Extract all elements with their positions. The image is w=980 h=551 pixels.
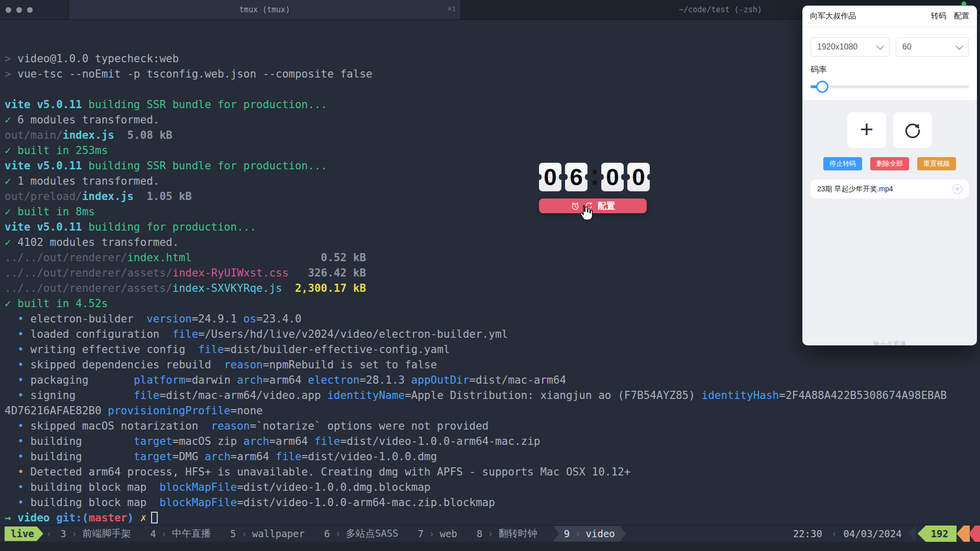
tmux-window-list: 3›前端脚手架4›中午直播5›wallpaper6›多站点SASS7›web8›… <box>60 526 622 542</box>
add-video-button[interactable]: + <box>847 112 886 148</box>
menu-item-transcode[interactable]: 转码 <box>931 11 946 21</box>
status-time: 22:30 <box>793 528 822 539</box>
panel-header: 向军大叔作品 转码 配置 <box>802 6 977 27</box>
transcode-panel: 向军大叔作品 转码 配置 980x551 60 码率 + <box>802 6 977 345</box>
flip-digit-card: 6 <box>565 163 587 191</box>
menu-item-config[interactable]: 配置 <box>954 11 969 21</box>
powerline-dark-arrow <box>908 525 916 542</box>
refresh-circle-icon <box>903 120 922 140</box>
time-date-separator: ‹ <box>831 528 837 539</box>
terminal-line: • packaging platform=darwin arch=arm64 e… <box>5 372 977 388</box>
clock-config-label: 配置 <box>598 200 615 212</box>
tmux-session-badge: live <box>5 527 43 541</box>
bitrate-label: 码率 <box>811 65 969 76</box>
slider-rail[interactable] <box>811 85 969 88</box>
chevron-down-icon <box>876 42 885 50</box>
tab-shortcut-badge: ⌘1 <box>448 5 456 13</box>
plus-icon: + <box>860 117 874 141</box>
powerline-orange-arrow <box>957 525 970 542</box>
tmux-window-item[interactable]: 7›web <box>418 528 457 539</box>
video-file-name: 23期 早起少年开奖.mp4 <box>817 185 893 194</box>
video-file-item[interactable]: 23期 早起少年开奖.mp4 ✕ <box>811 180 969 198</box>
mouse-hand-cursor <box>578 205 594 222</box>
resolution-value: 980x551 <box>817 42 857 52</box>
reset-video-button[interactable]: 重置视频 <box>917 157 956 170</box>
terminal-line: • building block map blockMapFile=dist/v… <box>5 495 977 510</box>
clock-colon <box>591 170 598 185</box>
remove-file-icon[interactable]: ✕ <box>952 184 962 194</box>
tmux-window-item[interactable]: 5›wallpaper <box>230 528 305 539</box>
clock-digit: 0 <box>544 163 557 191</box>
tmux-window-item[interactable]: 6›多站点SASS <box>324 527 399 540</box>
tmux-window-item[interactable]: 4›中午直播 <box>150 527 211 540</box>
terminal-line: • Detected arm64 process, HFS+ is unavai… <box>5 464 977 480</box>
terminal-line: → video git:(master) ✗ <box>5 510 977 525</box>
delete-all-button[interactable]: 删除全部 <box>870 157 909 170</box>
terminal-line: • signing file=dist/mac-arm64/video.app … <box>5 388 977 403</box>
panel-actions-section: + 停止转码 删除全部 重置视频 23期 早起少年开奖.mp4 ✕ <box>802 100 977 198</box>
tab-tmux-title: tmux (tmux) <box>239 5 290 14</box>
panel-title: 向军大叔作品 <box>810 11 931 21</box>
bitrate-slider[interactable] <box>811 82 969 92</box>
tmux-window-item[interactable]: 8›翻转时钟 <box>477 527 537 540</box>
tmux-status-bar: live ‹ 3›前端脚手架4›中午直播5›wallpaper6›多站点SASS… <box>0 525 980 542</box>
terminal-line: 4D76216AFAE82B0 provisioningProfile=none <box>5 403 977 418</box>
panel-footer-text: 验小点直播 <box>802 340 977 345</box>
terminal-cursor <box>151 512 158 523</box>
clock-digit: 6 <box>570 163 583 191</box>
flip-digit-card: 0 <box>601 163 624 191</box>
stop-transcode-button[interactable]: 停止转码 <box>823 157 862 170</box>
minimize-button[interactable] <box>16 7 22 13</box>
clock-digit: 0 <box>632 163 645 191</box>
flip-digit-card: 0 <box>627 163 650 191</box>
terminal-line: • building target=DMG arch=arm64 file=di… <box>5 449 977 464</box>
tab-zsh-title: ~/code/test (-zsh) <box>679 5 762 14</box>
flip-digit-card: 0 <box>539 163 561 191</box>
terminal-line: • building block map blockMapFile=dist/v… <box>5 480 977 495</box>
status-left-chevron: ‹ <box>46 528 52 539</box>
traffic-lights <box>0 0 69 19</box>
chevron-down-icon <box>955 42 964 50</box>
close-button[interactable] <box>6 7 11 13</box>
fps-select[interactable]: 60 <box>896 37 969 57</box>
terminal-line: • skipped dependencies rebuild reason=np… <box>5 357 977 372</box>
fps-value: 60 <box>902 42 912 52</box>
powerline-red-arrow <box>969 525 980 542</box>
window-bottom-strip <box>0 542 980 551</box>
flip-clock: 0 6 0 0 <box>539 163 653 191</box>
zoom-button[interactable] <box>27 7 33 13</box>
tmux-window-item[interactable]: 9›video <box>553 526 626 542</box>
reload-list-button[interactable] <box>893 112 932 148</box>
status-date: 04/03/2024 <box>843 528 901 539</box>
terminal-line: • skipped macOS notarization reason=`not… <box>5 418 977 434</box>
tmux-window-item[interactable]: 3›前端脚手架 <box>60 527 131 540</box>
clock-digit: 0 <box>606 163 619 191</box>
status-count-badge: 192 <box>918 525 957 542</box>
record-indicator-dot <box>962 2 966 6</box>
slider-thumb[interactable] <box>816 81 828 93</box>
status-right-cluster: 22:30 ‹ 04/03/2024 192 <box>793 525 980 542</box>
terminal-line: • building target=macOS zip arch=arm64 f… <box>5 434 977 449</box>
panel-settings-section: 980x551 60 码率 <box>802 27 977 100</box>
tab-tmux[interactable]: tmux (tmux) ⌘1 <box>69 0 461 19</box>
resolution-select[interactable]: 980x551 <box>811 37 890 57</box>
